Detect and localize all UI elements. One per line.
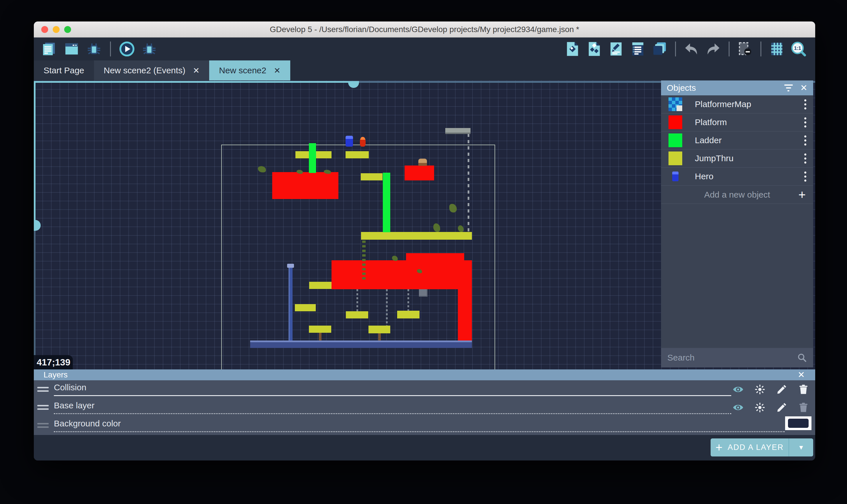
cursor-coordinates: 417;139 <box>34 355 73 370</box>
sign-post[interactable] <box>319 333 321 341</box>
layers-panel-title: Layers <box>43 370 68 379</box>
pole-cap[interactable] <box>287 264 294 268</box>
visibility-eye-icon[interactable] <box>732 401 744 414</box>
filter-icon[interactable] <box>784 85 793 91</box>
gray-platform[interactable] <box>445 128 471 132</box>
edit-pencil-icon[interactable] <box>776 383 788 395</box>
delete-trash-icon[interactable] <box>797 383 810 395</box>
delete-trash-icon-disabled <box>797 401 810 414</box>
kebab-menu-icon[interactable] <box>802 152 808 165</box>
search-input[interactable] <box>667 353 797 362</box>
horizontal-scrollbar[interactable] <box>34 81 353 83</box>
drag-handle-icon <box>37 423 49 428</box>
kebab-menu-icon[interactable] <box>802 134 808 147</box>
close-icon[interactable]: ✕ <box>798 371 805 379</box>
layers-panel-header: Layers ✕ <box>34 370 815 380</box>
drag-handle-icon[interactable] <box>37 405 49 410</box>
ladder[interactable] <box>309 143 316 173</box>
close-icon[interactable]: ✕ <box>800 84 808 92</box>
add-layer-dropdown-caret[interactable]: ▼ <box>789 438 813 456</box>
dashed-ladder[interactable] <box>467 134 469 232</box>
jumpthru[interactable] <box>369 326 390 333</box>
visibility-eye-icon[interactable] <box>732 383 744 395</box>
gdevelop-window: GDevelop 5 - /Users/florian/Documents/GD… <box>34 21 815 461</box>
layers-panel: Layers ✕ Collision Base layer <box>34 370 815 461</box>
object-row-ladder[interactable]: Ladder <box>661 131 813 149</box>
object-label: Platform <box>695 118 727 127</box>
ground[interactable] <box>250 341 472 348</box>
plant[interactable] <box>449 204 457 213</box>
vertical-scrollbar[interactable] <box>34 224 36 370</box>
object-search-bar <box>661 348 813 367</box>
swatch-color <box>788 419 809 428</box>
platform-red[interactable] <box>272 172 338 199</box>
kebab-menu-icon[interactable] <box>802 170 808 183</box>
vertical-scrollbar[interactable] <box>34 81 36 224</box>
objects-panel: Objects ✕ PlatformerMap Platform Ladder … <box>661 80 813 367</box>
jumpthru[interactable] <box>295 304 316 311</box>
pole[interactable] <box>288 268 293 341</box>
chain[interactable] <box>407 289 409 311</box>
ladder[interactable] <box>383 173 390 232</box>
edit-pencil-icon[interactable] <box>776 401 788 414</box>
chain[interactable] <box>356 289 358 311</box>
hero-sprite[interactable] <box>346 136 353 147</box>
layer-row-collision[interactable]: Collision <box>34 380 815 398</box>
debris[interactable] <box>417 269 422 273</box>
grass[interactable] <box>458 226 464 232</box>
object-label: JumpThru <box>695 154 734 163</box>
object-thumbnail <box>669 133 682 147</box>
object-label: Hero <box>695 172 713 181</box>
add-new-object-button[interactable]: Add a new object + <box>661 185 813 204</box>
object-label: PlatformerMap <box>695 100 751 109</box>
add-a-layer-button[interactable]: + ADD A LAYER ▼ <box>711 438 813 456</box>
object-label: Ladder <box>695 136 722 145</box>
jumpthru[interactable] <box>346 311 368 319</box>
object-row-hero[interactable]: Hero <box>661 167 813 185</box>
layers-footer: + ADD A LAYER ▼ <box>34 435 815 461</box>
add-layer-label: ADD A LAYER <box>727 443 784 452</box>
plus-icon: + <box>716 442 723 454</box>
flame-sprite[interactable] <box>360 137 366 147</box>
layer-row-base-layer[interactable]: Base layer <box>34 398 815 416</box>
drag-handle-icon[interactable] <box>37 387 49 392</box>
jumpthru[interactable] <box>346 151 369 158</box>
platform-red[interactable] <box>332 260 472 289</box>
object-thumbnail <box>669 169 682 183</box>
objects-list-empty-area <box>661 204 813 348</box>
object-thumbnail <box>669 151 682 165</box>
sign-post[interactable] <box>378 333 381 341</box>
mushroom-sprite[interactable] <box>418 159 427 166</box>
layer-effects-icon[interactable] <box>754 401 766 414</box>
kebab-menu-icon[interactable] <box>802 116 808 129</box>
platform-red[interactable] <box>406 253 464 261</box>
object-row-platform[interactable]: Platform <box>661 113 813 131</box>
jumpthru[interactable] <box>361 232 472 240</box>
background-color-swatch[interactable] <box>785 416 811 430</box>
platform-red[interactable] <box>405 165 434 180</box>
vine[interactable] <box>362 240 366 281</box>
object-thumbnail <box>669 97 682 111</box>
kebab-menu-icon[interactable] <box>802 98 808 111</box>
bricks[interactable] <box>419 289 427 297</box>
chain[interactable] <box>386 289 388 326</box>
plus-icon: + <box>798 188 806 201</box>
object-thumbnail <box>669 115 682 129</box>
jumpthru[interactable] <box>309 326 331 333</box>
platform-red[interactable] <box>458 289 472 341</box>
objects-panel-title: Objects <box>667 83 696 93</box>
grass[interactable] <box>258 166 266 173</box>
layer-row-background-color[interactable]: Background color <box>34 416 815 434</box>
add-object-label: Add a new object <box>704 190 770 200</box>
grass[interactable] <box>433 223 440 232</box>
jumpthru[interactable] <box>397 311 420 319</box>
layer-name[interactable]: Background color <box>54 419 784 431</box>
jumpthru[interactable] <box>361 173 383 180</box>
object-row-jumpthru[interactable]: JumpThru <box>661 149 813 167</box>
object-row-platformermap[interactable]: PlatformerMap <box>661 95 813 113</box>
search-icon[interactable] <box>797 353 807 362</box>
jumpthru[interactable] <box>309 282 332 289</box>
layer-effects-icon[interactable] <box>754 383 766 395</box>
layer-name[interactable]: Base layer <box>54 401 731 413</box>
layer-name[interactable]: Collision <box>54 382 731 395</box>
